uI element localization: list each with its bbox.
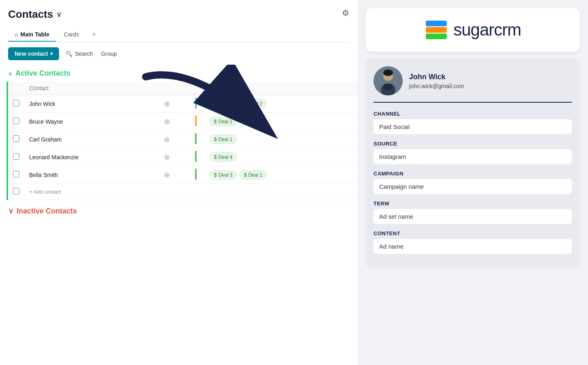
deal-tag[interactable]: $Deal 2	[239, 99, 267, 108]
tab-cards[interactable]: Cards	[57, 28, 85, 42]
search-label: Search	[75, 51, 93, 57]
inactive-chevron-icon[interactable]: ∨	[8, 207, 13, 215]
tab-add-button[interactable]: +	[87, 27, 101, 42]
settings-icon[interactable]: ⚙	[342, 8, 349, 18]
sugarcrm-stack-icon	[424, 18, 448, 42]
row-checkbox[interactable]	[13, 171, 19, 177]
new-contact-caret-icon: ▾	[50, 51, 53, 57]
contact-name-cell: Leonard Mackenzie	[24, 148, 159, 166]
add-icon-cell[interactable]: ⊕	[159, 148, 195, 166]
deals-cell: $Deal 1	[205, 113, 358, 131]
search-icon: 🔍	[66, 51, 72, 57]
deal-tag[interactable]: $Deal 1	[210, 135, 237, 144]
add-circle-icon[interactable]: ⊕	[164, 118, 170, 126]
col-deals: Deals	[205, 82, 358, 95]
add-circle-icon[interactable]: ⊕	[164, 171, 170, 179]
field-group-channel: CHANNELPaid Social	[374, 111, 572, 134]
contact-name-cell: Bella Smith	[24, 166, 159, 184]
color-bar-cell	[195, 113, 205, 131]
add-icon-cell[interactable]: ⊕	[159, 131, 195, 148]
contact-name-cell: John Wick	[24, 95, 159, 113]
add-row-checkbox[interactable]	[13, 188, 19, 194]
field-label-channel: CHANNEL	[374, 111, 572, 117]
contact-email-display: john.wick@gmail.com	[409, 83, 464, 89]
field-value-source[interactable]: Instagram	[374, 149, 572, 164]
new-contact-label: New contact	[15, 51, 48, 57]
avatar	[374, 66, 403, 95]
tab-main-table-label: Main Table	[20, 31, 49, 38]
crm-panel: sugarcrm John Wick	[357, 0, 588, 365]
field-group-content: CONTENTAd name	[374, 230, 572, 254]
page-title: Contacts ∨	[8, 8, 349, 21]
table-row[interactable]: Carl Graham⊕$Deal 1	[8, 131, 357, 148]
deals-cell: $Deal 4	[205, 148, 358, 166]
field-value-content[interactable]: Ad name	[374, 239, 572, 254]
deal-label: Deal 4	[219, 154, 233, 160]
dollar-icon: $	[214, 101, 217, 107]
deal-tag[interactable]: $Deal 1	[239, 170, 267, 179]
row-checkbox[interactable]	[13, 118, 19, 124]
tab-main-table[interactable]: ⌂ Main Table	[8, 28, 56, 42]
tab-cards-label: Cards	[64, 31, 79, 38]
active-chevron-icon[interactable]: ∨	[8, 70, 12, 77]
row-checkbox[interactable]	[13, 100, 19, 106]
field-label-term: TERM	[374, 200, 572, 207]
deal-tag[interactable]: $Deal 3	[210, 170, 237, 179]
dollar-icon: $	[214, 118, 217, 124]
color-bar-cell	[195, 166, 205, 184]
deals-cell: $Deal 1	[205, 131, 358, 148]
col-action	[159, 82, 195, 95]
field-value-channel[interactable]: Paid Social	[374, 119, 572, 134]
color-bar-cell	[195, 95, 205, 113]
deal-label: Deal 1	[219, 119, 233, 124]
contacts-table-wrapper: Contact Deals John Wick⊕$Deal 3$Deal 2Br…	[6, 82, 357, 200]
add-circle-icon[interactable]: ⊕	[164, 153, 170, 161]
table-row[interactable]: John Wick⊕$Deal 3$Deal 2	[8, 95, 357, 113]
add-contact-label[interactable]: + Add contact	[24, 184, 357, 200]
table-row[interactable]: Leonard Mackenzie⊕$Deal 4	[8, 148, 357, 166]
field-value-campaign[interactable]: Campaign name	[374, 179, 572, 194]
dollar-icon: $	[244, 101, 246, 107]
page-title-text: Contacts	[8, 8, 53, 21]
add-circle-icon[interactable]: ⊕	[164, 100, 170, 108]
title-chevron-icon[interactable]: ∨	[56, 10, 62, 19]
deal-tag[interactable]: $Deal 4	[210, 152, 237, 162]
contacts-table: Contact Deals John Wick⊕$Deal 3$Deal 2Br…	[8, 82, 357, 200]
col-checkbox	[8, 82, 24, 95]
contact-name-cell: Bruce Wayne	[24, 113, 159, 131]
deal-tag[interactable]: $Deal 1	[210, 117, 237, 126]
row-checkbox[interactable]	[13, 135, 19, 142]
add-circle-icon[interactable]: ⊕	[164, 135, 170, 143]
stack-layer-blue	[426, 21, 447, 26]
color-bar-cell	[195, 131, 205, 148]
dollar-icon: $	[244, 172, 246, 178]
sugarcrm-logo-card: sugarcrm	[365, 8, 580, 52]
inactive-section-header: ∨ Inactive Contacts	[8, 207, 349, 215]
col-color	[195, 82, 205, 95]
field-group-source: SOURCEInstagram	[374, 141, 572, 164]
add-contact-row[interactable]: + Add contact	[8, 184, 357, 200]
sugarcrm-logo-text: sugarcrm	[453, 20, 521, 40]
add-icon-cell[interactable]: ⊕	[159, 113, 195, 131]
table-row[interactable]: Bella Smith⊕$Deal 3$Deal 1	[8, 166, 357, 184]
col-contact: Contact	[24, 82, 159, 95]
toolbar: New contact ▾ 🔍 Search Group	[0, 42, 357, 65]
new-contact-button[interactable]: New contact ▾	[8, 47, 59, 60]
deal-tag[interactable]: $Deal 3	[210, 99, 237, 108]
app-header: Contacts ∨ ⌂ Main Table Cards +	[0, 0, 357, 42]
row-checkbox[interactable]	[13, 153, 19, 160]
inactive-contacts-title: Inactive Contacts	[17, 207, 77, 215]
deal-label: Deal 2	[248, 101, 263, 107]
field-label-content: CONTENT	[374, 230, 572, 236]
add-icon-cell[interactable]: ⊕	[159, 95, 195, 113]
svg-rect-4	[384, 84, 392, 90]
search-button[interactable]: 🔍 Search	[64, 47, 94, 60]
contact-name-email: John Wick john.wick@gmail.com	[409, 73, 464, 89]
field-value-term[interactable]: Ad set name	[374, 209, 572, 224]
add-icon-cell[interactable]: ⊕	[159, 166, 195, 184]
inactive-contacts-section: ∨ Inactive Contacts	[0, 200, 357, 222]
deal-label: Deal 1	[219, 137, 233, 142]
deal-label: Deal 3	[219, 101, 233, 107]
table-row[interactable]: Bruce Wayne⊕$Deal 1	[8, 113, 357, 131]
group-button[interactable]: Group	[100, 47, 119, 60]
